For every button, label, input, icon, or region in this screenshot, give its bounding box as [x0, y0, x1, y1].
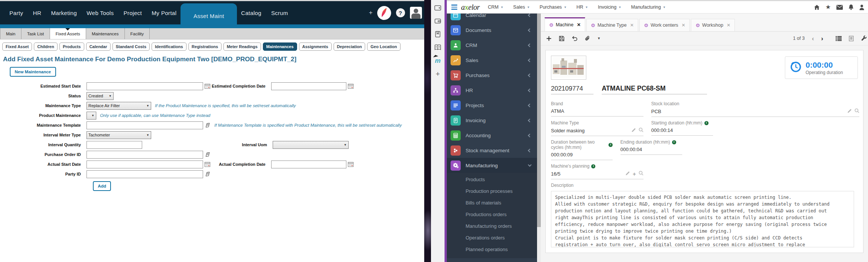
subnav-standard-costs[interactable]: Standard Costs	[112, 42, 150, 51]
favorites-star-icon[interactable]: ★	[826, 4, 831, 10]
sidebar-item-manufacturing[interactable]: Manufacturing	[447, 158, 537, 173]
submenu-products[interactable]: Products	[447, 174, 537, 185]
actual-completion-date-input[interactable]	[271, 161, 346, 168]
sidebar-scrollbar[interactable]	[537, 14, 541, 262]
nav-item-party[interactable]: Party	[5, 10, 28, 16]
tab-task-list[interactable]: Task List	[21, 28, 50, 39]
close-icon[interactable]: ✕	[727, 23, 730, 28]
new-maintenance-button[interactable]: New Maintenance	[10, 67, 56, 77]
edit-pencil-icon[interactable]	[625, 171, 630, 177]
scrollbar-thumb[interactable]	[537, 14, 541, 227]
nav-item-asset-maint[interactable]: Asset Maint	[181, 3, 237, 28]
sidebar-item-documents[interactable]: Documents	[447, 23, 537, 38]
back-icon[interactable]	[572, 36, 578, 41]
info-icon[interactable]: i	[591, 164, 595, 168]
new-record-icon[interactable]	[546, 36, 552, 41]
description-textarea[interactable]: Specialized in multi-layer double sided …	[551, 191, 854, 247]
calendar-picker-icon[interactable]	[205, 83, 210, 89]
grid-view-icon[interactable]	[836, 36, 842, 41]
estimated-completion-date-input[interactable]	[271, 82, 346, 90]
sidebar-item-stock-management[interactable]: Stock management	[447, 143, 537, 158]
tab-work-centers[interactable]: ⚙Work centers✕	[639, 19, 690, 31]
cycle-duration-value[interactable]: 000:00:09	[551, 152, 573, 158]
menu-crm[interactable]: CRM▼	[488, 5, 503, 10]
tools-wrench-icon[interactable]	[861, 35, 867, 41]
subnav-registrations[interactable]: Registrations	[188, 42, 222, 51]
menu-invoicing[interactable]: Invoicing▼	[598, 5, 621, 10]
maintenance-template-input[interactable]	[86, 121, 203, 129]
submenu-manufacturing-orders[interactable]: Manufacturing orders	[447, 220, 537, 232]
interval-quantity-input[interactable]	[86, 141, 142, 149]
tab-main[interactable]: Main	[0, 28, 21, 39]
interval-meter-type-select[interactable]: Tachometer▼	[86, 131, 151, 139]
submenu-planned-operations[interactable]: Planned operations	[447, 244, 537, 255]
brand-field[interactable]: Brand ATMA	[551, 101, 643, 117]
sidebar-item-accounting[interactable]: Accounting	[447, 128, 537, 143]
calendar-picker-icon[interactable]	[348, 83, 354, 89]
product-maintenance-select[interactable]: ▼	[86, 112, 96, 120]
machine-type-field[interactable]: Machine Type Solder masking	[551, 120, 643, 136]
tab-machine[interactable]: ⚙Machine✕	[545, 17, 585, 31]
starting-duration-field[interactable]: Starting duration (hh:mm)i 000:00:14	[651, 120, 713, 136]
sidebar-item-invoicing[interactable]: Invoicing	[447, 113, 537, 128]
machine-name-field[interactable]: ATMALINE PC68-SM	[602, 85, 707, 94]
sidebar-item-crm[interactable]: CRM	[447, 38, 537, 53]
subnav-depreciation[interactable]: Depreciation	[334, 42, 366, 51]
menu-manufacturing[interactable]: Manufacturing▼	[631, 5, 666, 10]
machine-planning-value[interactable]: 16/5	[551, 171, 560, 177]
subnav-maintenances[interactable]: Maintenances	[263, 42, 297, 51]
ending-duration-value[interactable]: 000:00:04	[621, 147, 642, 152]
edit-pencil-icon[interactable]	[847, 109, 852, 114]
tab-fixed-assets[interactable]: Fixed Assets	[50, 28, 86, 39]
sidebar-item-projects[interactable]: Projects	[447, 98, 537, 113]
edit-pencil-icon[interactable]	[631, 128, 636, 133]
sidebar-item-sales[interactable]: Sales	[447, 53, 537, 68]
nav-item-scrum[interactable]: Scrum	[266, 10, 293, 16]
tab-maintenances[interactable]: Maintenances	[86, 28, 125, 39]
ofbiz-logo-icon[interactable]	[377, 6, 391, 20]
bookmark-book-icon[interactable]	[434, 30, 442, 38]
stock-location-value[interactable]: PCB	[651, 109, 662, 114]
lookup-icon[interactable]	[205, 171, 211, 177]
nav-item-catalog[interactable]: Catalog	[236, 10, 266, 16]
user-menu-icon[interactable]	[859, 5, 864, 10]
search-icon[interactable]	[639, 171, 643, 177]
previous-record-icon[interactable]: ‹	[812, 35, 814, 42]
subnav-meter-readings[interactable]: Meter Readings	[223, 42, 261, 51]
estimated-start-date-input[interactable]	[86, 82, 203, 90]
info-icon[interactable]: i	[704, 121, 709, 125]
info-icon[interactable]: i	[609, 143, 613, 147]
messages-icon[interactable]	[836, 5, 843, 10]
submenu-productions-orders[interactable]: Productions orders	[447, 209, 537, 220]
brand-value[interactable]: ATMA	[551, 108, 564, 114]
axelor-logo[interactable]: axelor	[461, 3, 480, 12]
window-panel-icon[interactable]	[434, 4, 442, 12]
submenu-operations-orders[interactable]: Operations orders	[447, 232, 537, 244]
submenu-bills-of-materials[interactable]: Bills of materials	[447, 197, 537, 209]
wallet-panel-icon[interactable]	[434, 17, 442, 25]
close-icon[interactable]: ✕	[681, 23, 685, 28]
interval-uom-select[interactable]: ▼	[273, 141, 349, 149]
calendar-picker-icon[interactable]	[205, 162, 210, 167]
close-icon[interactable]: ✕	[630, 23, 634, 28]
add-panel-icon[interactable]: +	[434, 70, 442, 78]
party-id-input[interactable]	[86, 170, 203, 178]
tab-facility[interactable]: Facility	[125, 28, 150, 39]
sidebar-item-purchases[interactable]: Purchases	[447, 68, 537, 83]
machine-type-value[interactable]: Solder masking	[551, 128, 585, 133]
lookup-icon[interactable]	[205, 122, 211, 128]
actual-start-date-input[interactable]	[86, 161, 203, 168]
subnav-identifications[interactable]: Identifications	[152, 42, 187, 51]
machine-photo[interactable]	[551, 56, 586, 80]
menu-hr[interactable]: HR▼	[577, 5, 588, 10]
next-record-icon[interactable]: ›	[821, 35, 823, 42]
subnav-geo-location[interactable]: Geo Location	[367, 42, 400, 51]
add-icon[interactable]: +	[633, 171, 636, 177]
nav-item-project[interactable]: Project	[119, 10, 147, 16]
save-icon[interactable]	[559, 36, 565, 41]
search-icon[interactable]	[639, 127, 643, 133]
ending-duration-field[interactable]: Ending duration (hh:mm)i 000:00:04	[621, 139, 682, 160]
nav-item-hr[interactable]: HR	[28, 10, 46, 16]
user-avatar[interactable]	[410, 7, 422, 19]
tab-machine-type[interactable]: ⚙Machine Type✕	[586, 19, 638, 31]
